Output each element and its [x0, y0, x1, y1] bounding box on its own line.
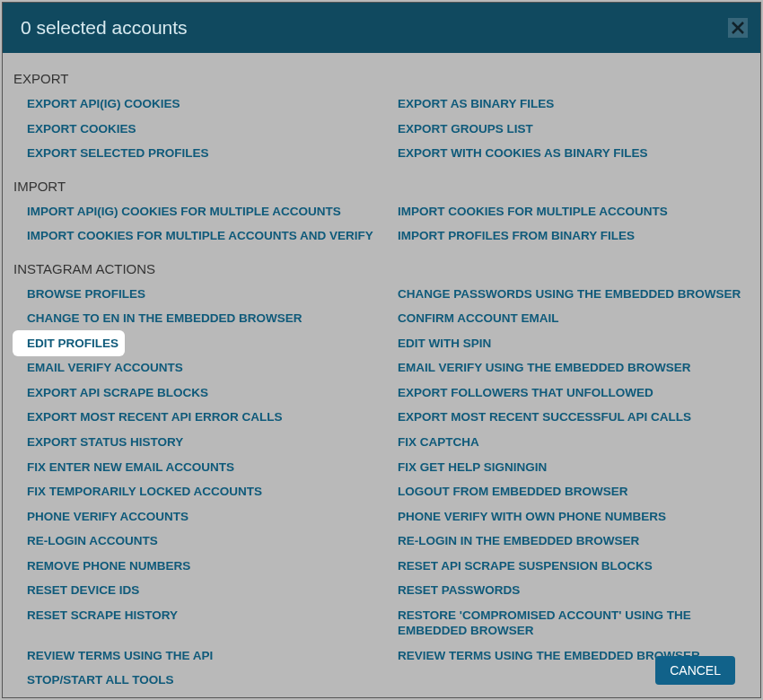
action-item[interactable]: IMPORT PROFILES FROM BINARY FILES [384, 223, 640, 249]
action-item[interactable]: STOP/START ALL TOOLS [13, 668, 180, 693]
action-grid: EXPORT API(IG) COOKIESEXPORT AS BINARY F… [13, 92, 755, 166]
action-cell: IMPORT PROFILES FROM BINARY FILES [384, 223, 755, 249]
action-item[interactable]: EXPORT WITH COOKIES AS BINARY FILES [384, 141, 653, 166]
action-item[interactable]: EXPORT FOLLOWERS THAT UNFOLLOWED [384, 381, 659, 406]
action-cell: RE-LOGIN IN THE EMBEDDED BROWSER [384, 529, 755, 554]
action-cell: EXPORT MOST RECENT API ERROR CALLS [13, 405, 384, 430]
action-cell: EXPORT MOST RECENT SUCCESSFUL API CALLS [384, 405, 755, 430]
scroll-area[interactable]: EXPORTEXPORT API(IG) COOKIESEXPORT AS BI… [3, 53, 760, 697]
action-item[interactable]: RESET API SCRAPE SUSPENSION BLOCKS [384, 554, 658, 579]
action-item[interactable]: CHANGE TO EN IN THE EMBEDDED BROWSER [13, 306, 308, 331]
action-cell: IMPORT COOKIES FOR MULTIPLE ACCOUNTS AND… [13, 223, 384, 249]
action-cell: REMOVE PHONE NUMBERS [13, 554, 384, 579]
action-item[interactable]: EXPORT API(IG) COOKIES [13, 92, 186, 117]
action-cell: PHONE VERIFY ACCOUNTS [13, 504, 384, 529]
action-cell: IMPORT COOKIES FOR MULTIPLE ACCOUNTS [384, 199, 755, 224]
action-cell: EXPORT AS BINARY FILES [384, 92, 755, 117]
footer: CANCEL [655, 647, 760, 697]
action-item[interactable]: FIX TEMPORARILY LOCKED ACCOUNTS [13, 479, 267, 504]
action-cell: CHANGE PASSWORDS USING THE EMBEDDED BROW… [384, 282, 755, 307]
dialog: 0 selected accounts EXPORTEXPORT API(IG)… [2, 2, 761, 698]
action-cell: EDIT PROFILES [13, 331, 384, 356]
action-item[interactable]: IMPORT COOKIES FOR MULTIPLE ACCOUNTS [384, 199, 673, 224]
action-item[interactable]: EXPORT GROUPS LIST [384, 117, 539, 142]
action-item[interactable]: EXPORT SELECTED PROFILES [13, 141, 215, 166]
action-cell: FIX CAPTCHA [384, 430, 755, 455]
action-item[interactable]: REMOVE PHONE NUMBERS [13, 554, 196, 579]
action-item[interactable]: CONFIRM ACCOUNT EMAIL [384, 306, 564, 331]
action-cell: EXPORT SELECTED PROFILES [13, 141, 384, 166]
action-grid: IMPORT API(IG) COOKIES FOR MULTIPLE ACCO… [13, 199, 755, 249]
action-item[interactable]: EXPORT COOKIES [13, 117, 142, 142]
action-cell: PHONE VERIFY WITH OWN PHONE NUMBERS [384, 504, 755, 529]
action-cell: EMAIL VERIFY USING THE EMBEDDED BROWSER [384, 355, 755, 381]
action-cell: RESET PASSWORDS [384, 578, 755, 603]
action-item[interactable]: EXPORT MOST RECENT SUCCESSFUL API CALLS [384, 405, 697, 430]
action-cell: EXPORT API SCRAPE BLOCKS [13, 381, 384, 406]
action-item[interactable]: PHONE VERIFY WITH OWN PHONE NUMBERS [384, 504, 671, 529]
section-header: IMPORT [13, 166, 755, 199]
action-item[interactable]: FIX ENTER NEW EMAIL ACCOUNTS [13, 455, 240, 480]
section-header: INSTAGRAM ACTIONS [13, 249, 755, 282]
action-item[interactable]: CHANGE PASSWORDS USING THE EMBEDDED BROW… [384, 282, 746, 307]
action-cell: FIX ENTER NEW EMAIL ACCOUNTS [13, 455, 384, 480]
action-cell: CHANGE TO EN IN THE EMBEDDED BROWSER [13, 306, 384, 331]
content-wrap: EXPORTEXPORT API(IG) COOKIESEXPORT AS BI… [3, 53, 760, 697]
action-cell: EXPORT COOKIES [13, 117, 384, 142]
action-cell: RESET API SCRAPE SUSPENSION BLOCKS [384, 554, 755, 579]
action-grid: BROWSE PROFILESCHANGE PASSWORDS USING TH… [13, 282, 755, 693]
dialog-title: 0 selected accounts [21, 17, 188, 39]
action-item[interactable]: IMPORT COOKIES FOR MULTIPLE ACCOUNTS AND… [13, 223, 379, 249]
action-cell: LOGOUT FROM EMBEDDED BROWSER [384, 479, 755, 504]
action-cell: RESET DEVICE IDS [13, 578, 384, 603]
cancel-button[interactable]: CANCEL [655, 656, 735, 685]
action-cell: STOP/START ALL TOOLS [13, 668, 384, 693]
titlebar: 0 selected accounts [3, 3, 760, 53]
action-cell: EXPORT WITH COOKIES AS BINARY FILES [384, 141, 755, 166]
close-icon[interactable] [728, 18, 748, 38]
action-cell: REVIEW TERMS USING THE API [13, 643, 384, 669]
action-item[interactable]: RESTORE 'COMPROMISED ACCOUNT' USING THE … [384, 603, 755, 643]
action-item[interactable]: EMAIL VERIFY USING THE EMBEDDED BROWSER [384, 355, 697, 381]
action-item[interactable]: RE-LOGIN ACCOUNTS [13, 529, 163, 554]
action-item[interactable]: RESET SCRAPE HISTORY [13, 603, 183, 628]
action-item[interactable]: BROWSE PROFILES [13, 282, 151, 307]
action-item[interactable]: LOGOUT FROM EMBEDDED BROWSER [384, 479, 634, 504]
section-header: FACEBOOK ACTIONS [13, 693, 755, 697]
action-item[interactable]: RESET DEVICE IDS [13, 578, 145, 603]
action-cell: EDIT WITH SPIN [384, 331, 755, 356]
action-item[interactable]: REVIEW TERMS USING THE API [13, 643, 218, 669]
action-item[interactable]: IMPORT API(IG) COOKIES FOR MULTIPLE ACCO… [13, 199, 346, 224]
action-cell: FIX GET HELP SIGNINGIN [384, 455, 755, 480]
section-header: EXPORT [13, 64, 755, 92]
action-cell: EMAIL VERIFY ACCOUNTS [13, 355, 384, 381]
action-cell: IMPORT API(IG) COOKIES FOR MULTIPLE ACCO… [13, 199, 384, 224]
action-item[interactable]: FIX GET HELP SIGNINGIN [384, 455, 552, 480]
action-cell: EXPORT API(IG) COOKIES [13, 92, 384, 117]
action-item[interactable]: EXPORT API SCRAPE BLOCKS [13, 381, 214, 406]
action-item[interactable]: EXPORT MOST RECENT API ERROR CALLS [13, 405, 288, 430]
action-item[interactable]: EDIT WITH SPIN [384, 331, 496, 356]
action-item[interactable]: PHONE VERIFY ACCOUNTS [13, 504, 194, 529]
action-item[interactable]: FIX CAPTCHA [384, 430, 485, 455]
action-cell: EXPORT FOLLOWERS THAT UNFOLLOWED [384, 381, 755, 406]
action-cell: FIX TEMPORARILY LOCKED ACCOUNTS [13, 479, 384, 504]
action-item[interactable]: RE-LOGIN IN THE EMBEDDED BROWSER [384, 529, 645, 554]
action-item[interactable]: EXPORT AS BINARY FILES [384, 92, 559, 117]
action-cell: BROWSE PROFILES [13, 282, 384, 307]
action-cell: EXPORT STATUS HISTORY [13, 430, 384, 455]
action-cell: RESTORE 'COMPROMISED ACCOUNT' USING THE … [384, 603, 755, 643]
action-cell: CONFIRM ACCOUNT EMAIL [384, 306, 755, 331]
action-cell: EXPORT GROUPS LIST [384, 117, 755, 142]
action-cell: RE-LOGIN ACCOUNTS [13, 529, 384, 554]
action-item[interactable]: RESET PASSWORDS [384, 578, 525, 603]
action-item[interactable]: EXPORT STATUS HISTORY [13, 430, 189, 455]
action-item[interactable]: EDIT PROFILES [13, 331, 124, 356]
action-item[interactable]: EMAIL VERIFY ACCOUNTS [13, 355, 189, 381]
action-cell: RESET SCRAPE HISTORY [13, 603, 384, 643]
